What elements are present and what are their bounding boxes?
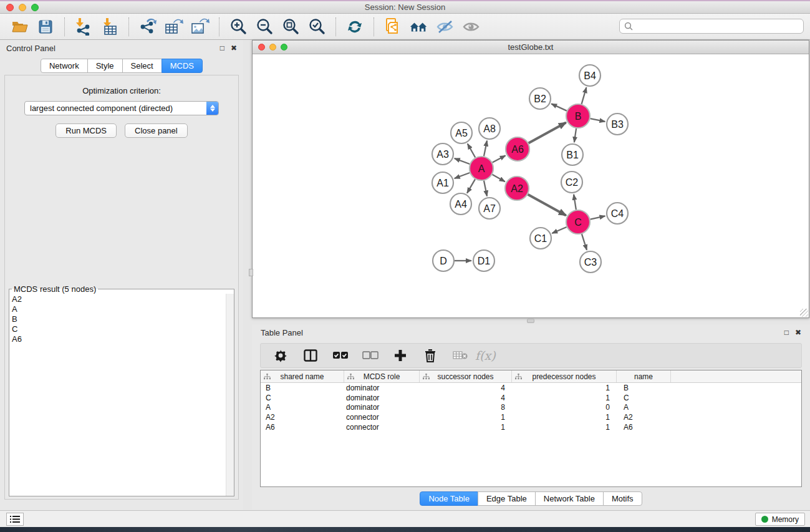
cell[interactable]: 8 [420, 403, 512, 412]
node-A4[interactable]: A4 [450, 193, 471, 215]
cell[interactable]: dominator [344, 394, 420, 402]
export-network-icon[interactable] [138, 17, 157, 36]
table-row[interactable]: A6connector11A6 [261, 422, 801, 432]
cell[interactable]: B [261, 384, 344, 392]
column-header-shared-name[interactable]: shared name [261, 370, 344, 382]
criterion-select[interactable]: largest connected component (directed) [24, 101, 219, 115]
edge-C-C1[interactable] [552, 227, 566, 233]
show-all-icon[interactable] [462, 17, 481, 36]
edge-A-A4[interactable] [467, 179, 475, 193]
cell[interactable]: A2 [617, 413, 671, 422]
edge-B-B4[interactable] [582, 87, 587, 104]
node-C3[interactable]: C3 [580, 251, 601, 273]
cell[interactable]: A2 [261, 413, 344, 422]
edge-A-A2[interactable] [492, 175, 504, 181]
canvas-side-handle[interactable] [249, 269, 253, 276]
search-input[interactable] [636, 22, 799, 31]
edge-C-C3[interactable] [582, 234, 587, 250]
float-panel-icon[interactable]: □ [220, 44, 224, 52]
minimize-window-button[interactable] [19, 4, 26, 11]
select-all-columns-icon[interactable] [331, 346, 350, 365]
new-network-from-selection-icon[interactable] [383, 17, 402, 36]
cell[interactable]: A [617, 403, 671, 412]
network-close-button[interactable] [258, 44, 265, 51]
column-header-successor-nodes[interactable]: successor nodes [420, 370, 512, 382]
create-column-icon[interactable] [391, 346, 410, 365]
cell[interactable]: 1 [420, 423, 512, 432]
table-close-panel-icon[interactable]: ✖ [795, 328, 801, 337]
table-row[interactable]: A2connector11A2 [261, 412, 801, 422]
node-B2[interactable]: B2 [529, 88, 551, 109]
tab-mcds[interactable]: MCDS [162, 59, 203, 73]
edge-A6-B[interactable] [529, 123, 566, 143]
edge-A-A1[interactable] [455, 173, 470, 178]
first-neighbors-icon[interactable] [410, 17, 428, 36]
close-panel-button[interactable]: Close panel [125, 123, 188, 138]
delete-columns-trash-icon[interactable] [421, 346, 440, 365]
node-B3[interactable]: B3 [607, 114, 628, 135]
edge-B-B3[interactable] [591, 118, 605, 122]
open-session-icon[interactable] [10, 17, 29, 36]
import-table-icon[interactable] [100, 17, 119, 36]
edge-A-A7[interactable] [484, 181, 487, 196]
close-panel-icon[interactable]: ✖ [231, 44, 237, 52]
edge-B-B2[interactable] [551, 104, 567, 110]
node-D[interactable]: D [433, 250, 454, 271]
node-A6[interactable]: A6 [506, 137, 529, 161]
edge-A2-C[interactable] [528, 195, 566, 216]
result-item[interactable]: A2 [12, 294, 234, 304]
zoom-selected-icon[interactable] [307, 17, 326, 36]
column-header-name[interactable]: name [617, 370, 671, 382]
result-scrollbar[interactable] [226, 294, 234, 496]
node-A7[interactable]: A7 [479, 198, 500, 219]
node-A[interactable]: A [470, 157, 493, 180]
export-image-icon[interactable] [191, 17, 210, 36]
network-graph[interactable]: AA1A2A3A4A5A6A7A8BB1B2B3B4CC1C2C3C4DD1 [253, 54, 809, 317]
cell[interactable]: 1 [420, 413, 512, 422]
tab-motifs[interactable]: Motifs [603, 491, 642, 506]
column-header-predecessor-nodes[interactable]: predecessor nodes [512, 370, 617, 382]
zoom-in-icon[interactable] [229, 17, 248, 36]
panel-divider-grip[interactable] [527, 319, 534, 323]
cell[interactable]: 1 [512, 423, 617, 432]
tab-select[interactable]: Select [122, 59, 162, 73]
result-item[interactable]: C [12, 324, 234, 334]
cell[interactable]: 4 [420, 394, 512, 402]
cell[interactable]: A6 [617, 423, 671, 432]
delete-table-icon[interactable] [451, 346, 470, 365]
column-header-mcds-role[interactable]: MCDS role [344, 370, 420, 382]
edge-A-A5[interactable] [468, 143, 475, 157]
close-window-button[interactable] [6, 4, 14, 11]
cell[interactable]: B [617, 384, 671, 392]
save-session-icon[interactable] [36, 17, 55, 36]
cell[interactable]: C [617, 394, 671, 402]
tab-edge-table[interactable]: Edge Table [478, 491, 536, 506]
edge-B-B1[interactable] [574, 128, 576, 142]
edge-C-C4[interactable] [591, 216, 605, 219]
edge-C-C2[interactable] [574, 195, 576, 210]
node-A1[interactable]: A1 [432, 172, 453, 193]
cell[interactable]: 1 [512, 384, 617, 392]
export-table-icon[interactable] [165, 17, 183, 36]
function-builder-icon[interactable]: f(x) [475, 349, 496, 362]
toggle-panes-icon[interactable] [301, 346, 320, 365]
node-B[interactable]: B [566, 104, 590, 128]
table-row[interactable]: Bdominator41B [261, 383, 801, 393]
table-row[interactable]: Cdominator41C [261, 393, 801, 403]
run-mcds-button[interactable]: Run MCDS [55, 123, 117, 138]
result-item[interactable]: A6 [12, 334, 234, 344]
cell[interactable]: 4 [420, 384, 512, 392]
node-C1[interactable]: C1 [530, 228, 551, 249]
network-zoom-button[interactable] [281, 44, 287, 51]
table-row[interactable]: Adominator80A [261, 403, 801, 413]
node-A3[interactable]: A3 [432, 143, 453, 165]
hide-selected-icon[interactable] [436, 17, 455, 36]
zoom-out-icon[interactable] [255, 17, 274, 36]
cell[interactable]: connector [344, 423, 420, 432]
node-A8[interactable]: A8 [479, 118, 500, 139]
edge-A-A6[interactable] [493, 155, 506, 162]
edge-A-A3[interactable] [455, 158, 470, 164]
cell[interactable]: 1 [512, 413, 617, 422]
window-resize-grip[interactable] [800, 309, 808, 317]
cell[interactable]: A6 [261, 423, 344, 432]
